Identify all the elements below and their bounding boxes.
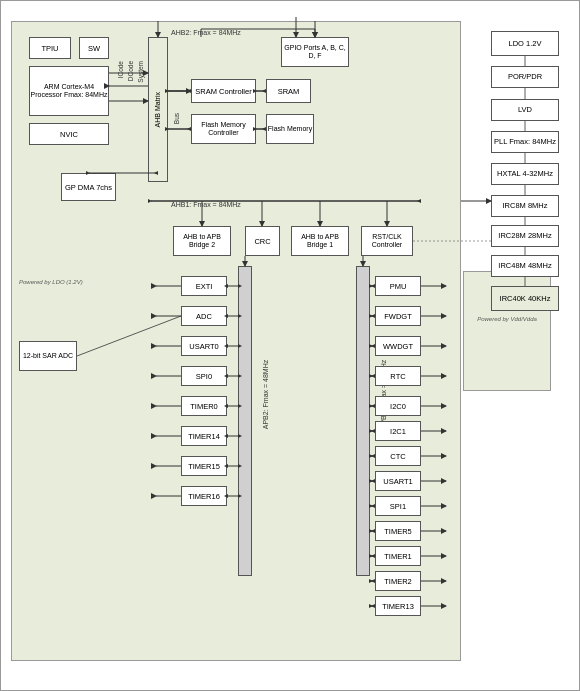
flash-memory-block: Flash Memory — [266, 114, 314, 144]
sram-ctrl-block: SRAM Controller — [191, 79, 256, 103]
exti-block: EXTI — [181, 276, 227, 296]
rst-clk-block: RST/CLK Controller — [361, 226, 413, 256]
dcode-label: DCode — [127, 61, 134, 81]
apb1-bus — [356, 266, 370, 576]
timer14-block: TIMER14 — [181, 426, 227, 446]
icode-label: ICode — [117, 61, 124, 78]
apb2-bus — [238, 266, 252, 576]
irc40k-block: IRC40K 40KHz — [491, 286, 559, 311]
ahb1-label: AHB1: Fmax = 84MHz — [171, 201, 241, 208]
gpio-block: GPIO Ports A, B, C, D, F — [281, 37, 349, 67]
ahb2-label: AHB2: Fmax = 84MHz — [171, 29, 241, 36]
timer2-block: TIMER2 — [375, 571, 421, 591]
i2c1-block: I2C1 — [375, 421, 421, 441]
usart1-block: USART1 — [375, 471, 421, 491]
hxtal-block: HXTAL 4-32MHz — [491, 163, 559, 185]
pmu-block: PMU — [375, 276, 421, 296]
sram-block: SRAM — [266, 79, 311, 103]
ctc-block: CTC — [375, 446, 421, 466]
irc28m-block: IRC28M 28MHz — [491, 225, 559, 247]
ldo-block: LDO 1.2V — [491, 31, 559, 56]
powered-vdd-label: Powered by Vdd/Vdda — [463, 316, 551, 322]
pll-block: PLL Fmax: 84MHz — [491, 131, 559, 153]
timer13-block: TIMER13 — [375, 596, 421, 616]
por-block: POR/PDR — [491, 66, 559, 88]
wwdgt-block: WWDGT — [375, 336, 421, 356]
i2c0-block: I2C0 — [375, 396, 421, 416]
timer1-block: TIMER1 — [375, 546, 421, 566]
apb2-bus-label: APB2: Fmax = 48MHz — [262, 360, 269, 429]
sw-block: SW — [79, 37, 109, 59]
bus-label: Bus — [173, 113, 180, 124]
nvic-block: NVIC — [29, 123, 109, 145]
ahb-matrix-block: AHB Matrix — [148, 37, 168, 182]
lvd-block: LVD — [491, 99, 559, 121]
irc8m-block: IRC8M 8MHz — [491, 195, 559, 217]
powered-ldo-label: Powered by LDO (1.2V) — [19, 279, 83, 285]
system-label: System — [137, 61, 144, 83]
diagram-container: TPIU SW ARM Cortex-M4 Processor Fmax: 84… — [0, 0, 580, 691]
usart0-block: USART0 — [181, 336, 227, 356]
timer16-block: TIMER16 — [181, 486, 227, 506]
spi1-block: SPI1 — [375, 496, 421, 516]
adc2-block: ADC — [181, 306, 227, 326]
timer0-block: TIMER0 — [181, 396, 227, 416]
adc-block: 12-bit SAR ADC — [19, 341, 77, 371]
ahb-apb1-block: AHB to APB Bridge 1 — [291, 226, 349, 256]
timer15-block: TIMER15 — [181, 456, 227, 476]
gpdma-block: GP DMA 7chs — [61, 173, 116, 201]
tpiu-block: TPIU — [29, 37, 71, 59]
irc48m-block: IRC48M 48MHz — [491, 255, 559, 277]
crc-block: CRC — [245, 226, 280, 256]
timer5-block: TIMER5 — [375, 521, 421, 541]
arm-block: ARM Cortex-M4 Processor Fmax: 84MHz — [29, 66, 109, 116]
spi0-block: SPI0 — [181, 366, 227, 386]
ahb-apb2-block: AHB to APB Bridge 2 — [173, 226, 231, 256]
rtc-block: RTC — [375, 366, 421, 386]
flash-ctrl-block: Flash Memory Controller — [191, 114, 256, 144]
fwdgt-block: FWDGT — [375, 306, 421, 326]
